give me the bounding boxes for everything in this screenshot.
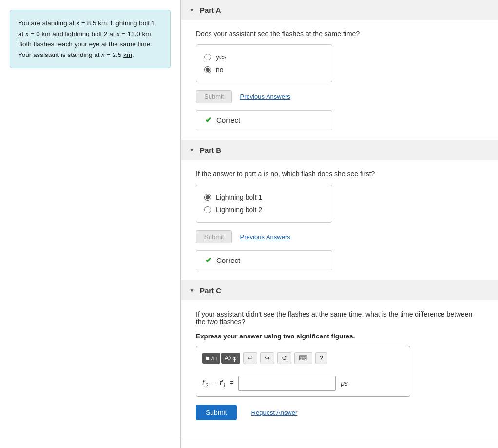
problem-text: You are standing at x = 8.5 km. Lightnin… (18, 19, 155, 58)
refresh-button[interactable]: ↺ (277, 352, 291, 364)
right-panel: ▼ Part A Does your assistant see the fla… (180, 0, 498, 448)
part-c-request-answer-link[interactable]: Request Answer (251, 409, 298, 416)
part-c-label: Part C (200, 286, 221, 295)
part-a-correct-label: Correct (216, 116, 240, 124)
part-b-prev-answers-link[interactable]: Previous Answers (240, 233, 290, 241)
part-a-submit-button[interactable]: Submit (196, 90, 232, 103)
undo-button[interactable]: ↩ (243, 352, 257, 364)
math-input-row: t′2 − t′1 = μs (202, 376, 404, 391)
part-b-radio-bolt2[interactable] (204, 206, 211, 213)
math-template-button[interactable]: ■ √□ (202, 353, 220, 364)
part-b-action-row: Submit Previous Answers (196, 230, 483, 243)
math-editor: ■ √□ ΑΣφ ↩ ↪ ↺ ⌨ ? t′2 (196, 346, 410, 397)
math-toolbar: ■ √□ ΑΣφ ↩ ↪ ↺ ⌨ ? (202, 352, 404, 369)
part-c-header[interactable]: ▼ Part C (181, 280, 498, 300)
part-b-section: ▼ Part B If the answer to part a is no, … (181, 140, 498, 280)
part-a-label: Part A (200, 6, 221, 14)
part-b-label: Part B (200, 146, 221, 154)
part-b-radio-bolt1[interactable] (204, 194, 211, 201)
left-panel: You are standing at x = 8.5 km. Lightnin… (0, 0, 180, 448)
part-a-check-icon: ✔ (205, 115, 211, 125)
part-a-chevron-icon: ▼ (189, 7, 195, 14)
part-a-radio-yes[interactable] (204, 54, 211, 60)
help-button[interactable]: ? (315, 352, 327, 364)
math-symbol-button[interactable]: ΑΣφ (221, 353, 240, 364)
part-b-submit-button[interactable]: Submit (196, 230, 232, 243)
part-a-option-yes: yes (204, 51, 324, 63)
part-b-options-box: Lightning bolt 1 Lightning bolt 2 (196, 185, 332, 223)
part-b-correct-label: Correct (216, 256, 240, 264)
problem-box: You are standing at x = 8.5 km. Lightnin… (10, 10, 171, 68)
part-c-content: If your assistant didn't see the flashes… (181, 300, 498, 437)
part-c-submit-button[interactable]: Submit (196, 405, 237, 420)
part-a-question: Does your assistant see the flashes at t… (196, 30, 483, 37)
part-b-option-bolt2: Lightning bolt 2 (204, 204, 324, 216)
part-a-correct-box: ✔ Correct (196, 110, 332, 130)
redo-button[interactable]: ↪ (260, 352, 274, 364)
part-b-correct-box: ✔ Correct (196, 250, 332, 270)
part-a-action-row: Submit Previous Answers (196, 90, 483, 103)
toolbar-group-1: ■ √□ ΑΣφ (202, 353, 240, 364)
math-template-icon: ■ (206, 355, 210, 362)
part-a-no-label: no (216, 66, 224, 74)
part-b-question: If the answer to part a is no, which fla… (196, 170, 483, 178)
math-answer-input[interactable] (238, 376, 336, 391)
part-b-bolt2-label: Lightning bolt 2 (216, 206, 262, 214)
part-c-instruction: Express your answer using two significan… (196, 333, 483, 340)
part-c-chevron-icon: ▼ (189, 287, 195, 294)
part-b-check-icon: ✔ (205, 256, 211, 265)
math-sqrt-icon: √□ (211, 355, 217, 361)
part-c-action-row: Submit Request Answer (196, 405, 483, 420)
keyboard-button[interactable]: ⌨ (294, 352, 312, 364)
part-a-options-box: yes no (196, 44, 332, 82)
part-a-radio-no[interactable] (204, 66, 211, 73)
part-a-option-no: no (204, 63, 324, 76)
part-a-content: Does your assistant see the flashes at t… (181, 20, 498, 140)
part-b-header[interactable]: ▼ Part B (181, 140, 498, 160)
part-b-content: If the answer to part a is no, which fla… (181, 160, 498, 280)
part-a-header[interactable]: ▼ Part A (181, 0, 498, 20)
part-a-prev-answers-link[interactable]: Previous Answers (240, 93, 290, 100)
part-b-option-bolt1: Lightning bolt 1 (204, 191, 324, 204)
part-b-bolt1-label: Lightning bolt 1 (216, 193, 262, 201)
part-c-question: If your assistant didn't see the flashes… (196, 310, 483, 326)
part-a-section: ▼ Part A Does your assistant see the fla… (181, 0, 498, 140)
math-unit-label: μs (341, 379, 348, 387)
part-c-section: ▼ Part C If your assistant didn't see th… (181, 280, 498, 437)
math-equation-label: t′2 − t′1 = (202, 379, 233, 388)
part-a-yes-label: yes (216, 53, 227, 61)
part-b-chevron-icon: ▼ (189, 147, 195, 154)
math-symbol-label: ΑΣφ (225, 355, 237, 362)
